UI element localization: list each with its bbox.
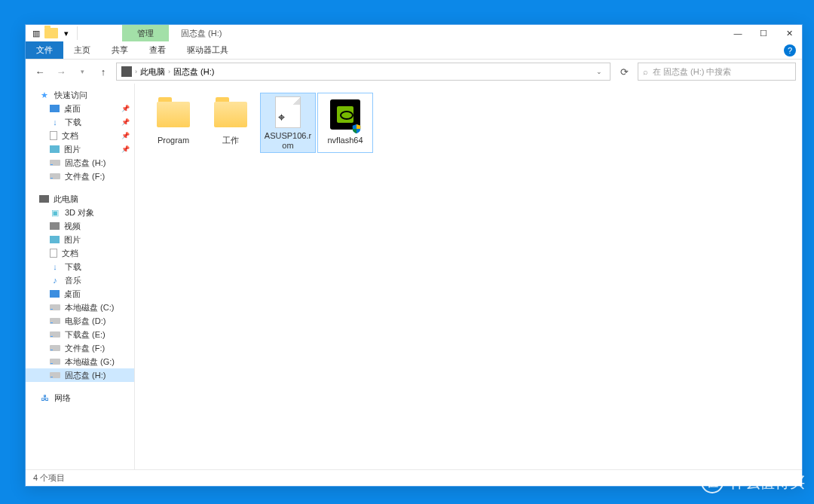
nav-desktop[interactable]: 桌面📌 [26, 102, 134, 115]
ribbon: 文件 主页 共享 查看 驱动器工具 ? [26, 41, 802, 60]
quick-access-toolbar: ▥ ▾ [26, 25, 84, 41]
window-title: 固态盘 (H:) [169, 25, 234, 41]
pc-icon [39, 195, 49, 203]
tab-view[interactable]: 查看 [139, 41, 176, 59]
nav-local-g[interactable]: 本地磁盘 (G:) [26, 355, 134, 368]
nav-3d-objects[interactable]: ▣3D 对象 [26, 206, 134, 219]
file-label: Program [158, 136, 189, 145]
nav-ssd-h2[interactable]: 固态盘 (H:) [26, 368, 134, 382]
file-label: ASUSP106.rom [262, 131, 314, 151]
maximize-button[interactable]: ☐ [751, 25, 776, 41]
nav-quick-access[interactable]: ★快速访问 [26, 88, 134, 102]
nav-ssd-h[interactable]: 固态盘 (H:) [26, 156, 134, 170]
nav-this-pc[interactable]: 此电脑 [26, 192, 134, 206]
nav-movie-d[interactable]: 电影盘 (D:) [26, 314, 134, 328]
document-icon [50, 249, 57, 258]
tab-file[interactable]: 文件 [26, 41, 63, 59]
search-icon: ⌕ [643, 67, 648, 76]
nav-music[interactable]: ♪音乐 [26, 273, 134, 287]
app-icon: ▥ [30, 27, 42, 39]
nav-downloads2[interactable]: ↓下载 [26, 260, 134, 273]
breadcrumb-location[interactable]: 固态盘 (H:) [173, 66, 214, 78]
nav-videos[interactable]: 视频 [26, 219, 134, 233]
tab-share[interactable]: 共享 [101, 41, 139, 59]
file-nvflash64[interactable]: nvflash64 [317, 93, 373, 153]
contextual-tab-label: 管理 [122, 25, 169, 41]
pictures-icon [50, 145, 60, 153]
drive-icon [50, 345, 60, 351]
music-icon: ♪ [50, 275, 60, 286]
explorer-window: ▥ ▾ 管理 固态盘 (H:) — ☐ ✕ 文件 主页 共享 查看 驱动器工具 … [25, 24, 803, 487]
folder-icon [157, 102, 190, 127]
tab-drive-tools[interactable]: 驱动器工具 [176, 41, 239, 59]
download-icon: ↓ [50, 117, 60, 127]
file-rom[interactable]: ASUSP106.rom ⌖ [260, 93, 316, 153]
window-controls: — ☐ ✕ [725, 25, 802, 41]
cube-icon: ▣ [50, 207, 60, 218]
nav-pictures[interactable]: 图片📌 [26, 142, 134, 156]
breadcrumb-pc[interactable]: 此电脑 [140, 66, 165, 78]
nav-desktop2[interactable]: 桌面 [26, 287, 134, 301]
network-icon: 🖧 [39, 393, 50, 403]
address-bar[interactable]: › 此电脑 › 固态盘 (H:) ⌄ [116, 63, 610, 81]
pin-icon: 📌 [121, 132, 130, 139]
chevron-right-icon: › [168, 68, 170, 75]
drive-icon [50, 318, 60, 324]
uac-shield-icon [351, 124, 362, 134]
nav-pictures2[interactable]: 图片 [26, 233, 134, 246]
close-button[interactable]: ✕ [776, 25, 802, 41]
status-bar: 4 个项目 [26, 469, 802, 486]
forward-button[interactable]: → [53, 63, 69, 80]
file-label: nvflash64 [327, 136, 363, 145]
nav-local-c[interactable]: 本地磁盘 (C:) [26, 301, 134, 314]
desktop-icon [50, 290, 60, 298]
nav-dl-e[interactable]: 下载盘 (E:) [26, 328, 134, 341]
chevron-right-icon: › [135, 68, 137, 75]
folder-program[interactable]: Program [145, 93, 201, 153]
nav-documents2[interactable]: 文档 [26, 246, 134, 260]
document-icon [50, 131, 57, 140]
minimize-button[interactable]: — [725, 25, 751, 41]
drive-icon [50, 304, 60, 310]
separator [77, 26, 78, 40]
star-icon: ★ [39, 90, 50, 100]
search-input[interactable]: ⌕ 在 固态盘 (H:) 中搜索 [638, 63, 796, 81]
drive-icon [50, 331, 60, 338]
back-button[interactable]: ← [32, 63, 48, 80]
chevron-down-icon[interactable]: ⌄ [593, 68, 605, 75]
video-icon [50, 222, 60, 230]
body: ★快速访问 桌面📌 ↓下载📌 文档📌 图片📌 固态盘 (H:) 文件盘 (F:)… [26, 84, 802, 469]
folder-work[interactable]: 工作 [203, 93, 259, 153]
title-tabs: 管理 固态盘 (H:) [122, 25, 234, 41]
file-label: 工作 [222, 136, 239, 145]
refresh-button[interactable]: ⟳ [615, 63, 633, 81]
nav-network[interactable]: 🖧网络 [26, 391, 134, 405]
search-placeholder: 在 固态盘 (H:) 中搜索 [653, 66, 732, 78]
pin-icon: 📌 [121, 105, 130, 112]
down-icon[interactable]: ▾ [60, 27, 72, 39]
folder-icon [44, 28, 58, 38]
tab-home[interactable]: 主页 [63, 41, 101, 59]
pictures-icon [50, 236, 60, 243]
desktop-icon [50, 105, 60, 112]
address-bar-row: ← → ▾ ↑ › 此电脑 › 固态盘 (H:) ⌄ ⟳ ⌕ 在 固态盘 (H:… [26, 60, 802, 84]
folder-icon [214, 102, 247, 127]
drive-icon [50, 359, 60, 365]
recent-dropdown[interactable]: ▾ [74, 63, 90, 80]
nav-docs-f2[interactable]: 文件盘 (F:) [26, 341, 134, 355]
nav-docs-f[interactable]: 文件盘 (F:) [26, 170, 134, 183]
drive-icon [50, 173, 60, 179]
item-count: 4 个项目 [33, 472, 65, 484]
pin-icon: 📌 [121, 118, 130, 126]
nav-documents[interactable]: 文档📌 [26, 129, 134, 142]
navigation-pane[interactable]: ★快速访问 桌面📌 ↓下载📌 文档📌 图片📌 固态盘 (H:) 文件盘 (F:)… [26, 84, 135, 469]
drive-icon [50, 372, 60, 378]
help-icon[interactable]: ? [784, 44, 796, 57]
pin-icon: 📌 [121, 145, 130, 153]
nav-downloads[interactable]: ↓下载📌 [26, 115, 134, 129]
file-icon [275, 96, 301, 128]
file-list[interactable]: Program 工作 ASUSP106.rom ⌖ [135, 84, 802, 469]
up-button[interactable]: ↑ [95, 63, 112, 80]
drive-icon [50, 160, 60, 166]
drive-icon [121, 66, 132, 77]
